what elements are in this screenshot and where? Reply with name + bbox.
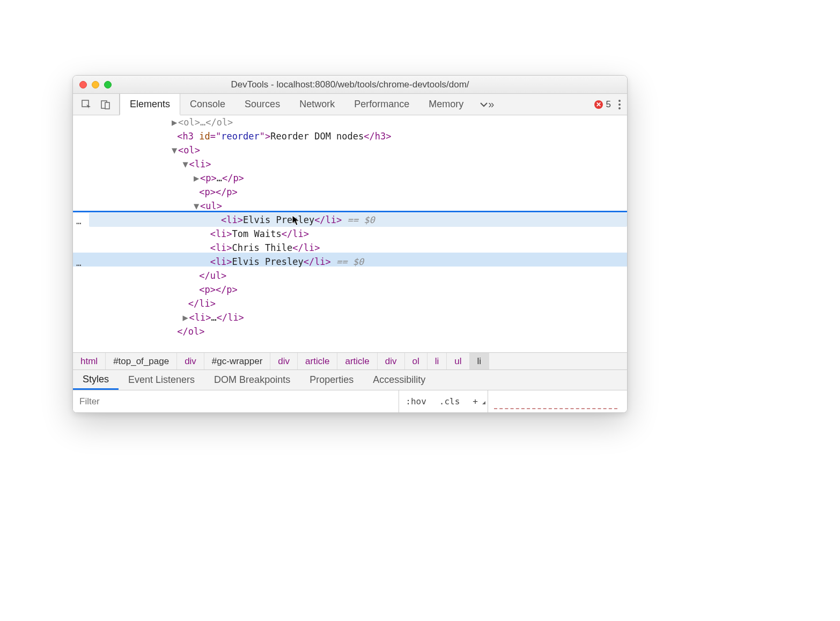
dom-tree[interactable]: ▶<ol>…</ol> <h3 id="reorder">Reorder DOM… <box>73 115 627 352</box>
dom-row[interactable]: <p></p> <box>73 185 627 199</box>
dom-row[interactable]: <li>Tom Waits</li> <box>73 227 627 241</box>
svg-rect-2 <box>105 102 109 109</box>
styles-filter-actions: :hov .cls + <box>399 390 488 412</box>
device-toggle-icon[interactable] <box>100 99 112 110</box>
crumb-top[interactable]: #top_of_page <box>106 353 177 369</box>
dom-row[interactable]: ▶<ol>…</ol> <box>73 115 627 129</box>
subtab-event-listeners[interactable]: Event Listeners <box>119 370 204 390</box>
tab-network[interactable]: Network <box>290 94 344 115</box>
dom-row[interactable]: </ol> <box>73 324 627 338</box>
dom-row[interactable]: ▼<ol> <box>73 143 627 157</box>
tab-elements[interactable]: Elements <box>120 94 180 115</box>
dom-row-drag-ghost[interactable]: … <li>Elvis Presley</li> == $0 <box>73 213 627 227</box>
crumb-gcwrapper[interactable]: #gc-wrapper <box>204 353 271 369</box>
tab-console[interactable]: Console <box>180 94 235 115</box>
error-count[interactable]: ✕ 5 <box>594 99 611 110</box>
tab-performance[interactable]: Performance <box>344 94 419 115</box>
devtools-window: DevTools - localhost:8080/web/tools/chro… <box>72 75 628 413</box>
titlebar: DevTools - localhost:8080/web/tools/chro… <box>73 76 627 94</box>
crumb-li[interactable]: li <box>428 353 447 369</box>
dom-row[interactable]: ▼<ul> <box>73 199 627 213</box>
breadcrumb: html #top_of_page div #gc-wrapper div ar… <box>73 352 627 369</box>
subtab-properties[interactable]: Properties <box>300 370 363 390</box>
subtab-styles[interactable]: Styles <box>73 370 119 390</box>
tabs-overflow-icon[interactable]: » <box>473 94 500 115</box>
cursor-icon <box>292 215 301 227</box>
crumb-div[interactable]: div <box>270 353 298 369</box>
zoom-icon[interactable] <box>104 81 112 88</box>
menu-icon[interactable] <box>618 100 621 109</box>
crumb-article[interactable]: article <box>337 353 377 369</box>
subtab-dom-breakpoints[interactable]: DOM Breakpoints <box>204 370 300 390</box>
dom-row[interactable]: ▼<li> <box>73 157 627 171</box>
dom-row[interactable]: <li>Chris Thile</li> <box>73 241 627 255</box>
toolbar-left <box>73 94 120 115</box>
crumb-html[interactable]: html <box>73 353 106 369</box>
sidebar-tabs: Styles Event Listeners DOM Breakpoints P… <box>73 369 627 390</box>
traffic-lights <box>73 81 112 88</box>
minimize-icon[interactable] <box>92 81 99 88</box>
subtab-accessibility[interactable]: Accessibility <box>363 370 435 390</box>
panel-tabs: Elements Console Sources Network Perform… <box>120 94 473 115</box>
crumb-div[interactable]: div <box>378 353 405 369</box>
dom-row[interactable]: <p></p> <box>73 283 627 297</box>
toolbar-right: ✕ 5 <box>594 94 627 115</box>
error-count-label: 5 <box>606 99 611 110</box>
dom-row[interactable]: ▶<p>…</p> <box>73 171 627 185</box>
new-style-rule-button[interactable]: + <box>466 396 488 406</box>
box-model-pane <box>488 390 627 412</box>
main-toolbar: Elements Console Sources Network Perform… <box>73 94 627 115</box>
error-icon: ✕ <box>594 100 603 109</box>
inspect-icon[interactable] <box>80 99 92 110</box>
styles-filter-bar: :hov .cls + <box>73 390 627 412</box>
crumb-ol[interactable]: ol <box>405 353 428 369</box>
window-title: DevTools - localhost:8080/web/tools/chro… <box>73 79 627 90</box>
dom-row[interactable]: <h3 id="reorder">Reorder DOM nodes</h3> <box>73 129 627 143</box>
crumb-article[interactable]: article <box>298 353 337 369</box>
dom-row[interactable]: ▶<li>…</li> <box>73 310 627 324</box>
dom-row[interactable]: </ul> <box>73 269 627 283</box>
crumb-li-active[interactable]: li <box>470 353 490 369</box>
crumb-ul[interactable]: ul <box>447 353 469 369</box>
hov-toggle[interactable]: :hov <box>399 396 433 406</box>
dom-row-selected[interactable]: … <li>Elvis Presley</li> == $0 <box>73 255 627 269</box>
tab-sources[interactable]: Sources <box>235 94 290 115</box>
dom-row[interactable]: </li> <box>73 297 627 310</box>
tab-memory[interactable]: Memory <box>419 94 473 115</box>
close-icon[interactable] <box>79 81 87 88</box>
crumb-div[interactable]: div <box>177 353 204 369</box>
cls-toggle[interactable]: .cls <box>433 396 467 406</box>
styles-filter-input[interactable] <box>73 390 399 412</box>
